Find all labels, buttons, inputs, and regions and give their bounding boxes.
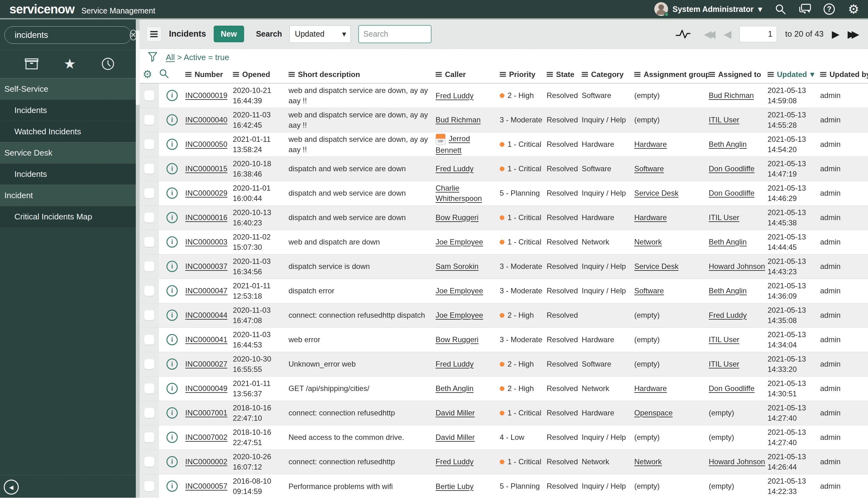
incident-number-link[interactable]: INC0007001	[185, 409, 227, 417]
record-info-icon[interactable]: i	[166, 90, 178, 101]
breadcrumb-all-link[interactable]: All	[166, 52, 175, 62]
column-header-short-description[interactable]: Short description	[288, 66, 436, 83]
list-activity-icon[interactable]	[675, 27, 691, 41]
assigned-to-link[interactable]: Don Goodliffe	[709, 384, 754, 392]
first-page-button[interactable]: ◀◀	[704, 29, 715, 39]
row-checkbox[interactable]	[144, 334, 154, 345]
column-header-opened[interactable]: Opened	[233, 66, 288, 83]
row-checkbox[interactable]	[144, 261, 154, 271]
assigned-to-link[interactable]: Don Goodliffe	[709, 165, 754, 173]
record-info-icon[interactable]: i	[166, 187, 178, 199]
row-checkbox[interactable]	[144, 432, 154, 442]
user-name[interactable]: System Administrator	[672, 5, 754, 14]
assignment-group-link[interactable]: Hardware	[634, 140, 667, 148]
caller-link[interactable]: David Miller	[436, 433, 475, 441]
column-header-updated[interactable]: Updated▼	[768, 66, 820, 83]
column-header-caller[interactable]: Caller	[436, 66, 500, 83]
record-info-icon[interactable]: i	[166, 139, 178, 150]
previous-page-button[interactable]: ◀	[724, 29, 732, 39]
assigned-to-link[interactable]: ITIL User	[709, 335, 740, 344]
row-checkbox[interactable]	[144, 310, 154, 320]
column-header-category[interactable]: Category	[582, 66, 634, 83]
incident-number-link[interactable]: INC0000027	[185, 360, 227, 368]
incident-number-link[interactable]: INC0000003	[185, 238, 227, 246]
sidebar-scrollbar[interactable]	[136, 20, 139, 498]
breadcrumb-condition-link[interactable]: Active = true	[184, 52, 229, 62]
favorites-tab[interactable]: ★	[60, 56, 79, 72]
help-icon[interactable]: ?	[823, 3, 835, 15]
assignment-group-link[interactable]: Hardware	[634, 384, 667, 392]
record-info-icon[interactable]: i	[166, 309, 178, 321]
user-menu[interactable]: System Administrator ▼	[654, 2, 762, 16]
assigned-to-link[interactable]: Bud Richman	[709, 91, 754, 99]
incident-number-link[interactable]: INC0000029	[185, 189, 227, 197]
row-checkbox[interactable]	[144, 164, 154, 174]
settings-gear-icon[interactable]: ⚙	[847, 3, 860, 15]
list-personalize-button[interactable]: ⚙	[139, 66, 159, 83]
row-checkbox[interactable]	[144, 115, 154, 125]
caller-link[interactable]: Bertie Luby	[436, 482, 473, 490]
row-checkbox[interactable]	[144, 457, 154, 467]
row-checkbox[interactable]	[144, 384, 154, 393]
row-checkbox[interactable]	[144, 408, 154, 418]
connect-chat-icon[interactable]	[798, 3, 811, 15]
incident-number-link[interactable]: INC0007002	[185, 433, 227, 441]
record-info-icon[interactable]: i	[166, 261, 178, 272]
record-info-icon[interactable]: i	[166, 407, 178, 418]
incident-number-link[interactable]: INC0000002	[185, 458, 227, 466]
incident-number-link[interactable]: INC0000016	[185, 213, 227, 222]
assigned-to-link[interactable]: Beth Anglin	[709, 238, 747, 246]
record-info-icon[interactable]: i	[166, 432, 178, 443]
caller-link[interactable]: Charlie Whitherspoon	[436, 184, 482, 203]
sidebar-item-watched-incidents[interactable]: Watched Incidents	[0, 121, 139, 142]
record-info-icon[interactable]: i	[166, 358, 178, 370]
caller-link[interactable]: Joe Employee	[436, 287, 483, 295]
all-applications-tab[interactable]	[22, 56, 41, 72]
assigned-to-link[interactable]: ITIL User	[709, 360, 740, 368]
assigned-to-link[interactable]: Howard Johnson	[709, 458, 765, 466]
current-row-input[interactable]	[740, 26, 777, 42]
incident-number-link[interactable]: INC0000050	[185, 140, 227, 148]
last-page-button[interactable]: ▶▶	[848, 29, 859, 39]
incident-number-link[interactable]: INC0000041	[185, 335, 227, 344]
assigned-to-link[interactable]: Beth Anglin	[709, 140, 747, 148]
collapse-sidebar-button[interactable]: ◀	[4, 479, 19, 495]
record-info-icon[interactable]: i	[166, 456, 178, 467]
record-info-icon[interactable]: i	[166, 236, 178, 248]
navigator-filter-input[interactable]	[15, 31, 125, 40]
assigned-to-link[interactable]: Fred Luddy	[709, 311, 747, 319]
caller-link[interactable]: Bud Richman	[436, 115, 481, 124]
assignment-group-link[interactable]: Software	[634, 287, 664, 295]
record-info-icon[interactable]: i	[166, 480, 178, 492]
incident-number-link[interactable]: INC0000057	[185, 482, 227, 490]
caller-link[interactable]: David Miller	[436, 409, 475, 417]
caller-link[interactable]: Bow Ruggeri	[436, 335, 479, 344]
new-record-button[interactable]: New	[214, 26, 244, 42]
assignment-group-link[interactable]: Hardware	[634, 213, 667, 222]
incident-number-link[interactable]: INC0000015	[185, 165, 227, 173]
assigned-to-link[interactable]: Don Goodliffe	[709, 189, 754, 197]
column-header-priority[interactable]: Priority	[500, 66, 547, 83]
assignment-group-link[interactable]: Network	[634, 458, 662, 466]
record-info-icon[interactable]: i	[166, 114, 178, 125]
caller-link[interactable]: Beth Anglin	[436, 384, 473, 392]
list-search-input[interactable]	[358, 25, 432, 43]
user-avatar[interactable]	[654, 2, 668, 16]
row-checkbox[interactable]	[144, 90, 154, 100]
column-header-updated-by[interactable]: Updated by	[820, 66, 868, 83]
row-checkbox[interactable]	[144, 237, 154, 247]
assigned-to-link[interactable]: ITIL User	[709, 213, 740, 222]
caller-link[interactable]: Sam Sorokin	[436, 262, 479, 270]
column-header-number[interactable]: Number	[185, 66, 233, 83]
incident-number-link[interactable]: INC0000037	[185, 262, 227, 270]
assigned-to-link[interactable]: Howard Johnson	[709, 262, 765, 270]
incident-number-link[interactable]: INC0000044	[185, 311, 227, 319]
record-info-icon[interactable]: i	[166, 212, 178, 223]
record-info-icon[interactable]: i	[166, 334, 178, 345]
caller-link[interactable]: Fred Luddy	[436, 458, 473, 466]
assignment-group-link[interactable]: Openspace	[634, 409, 673, 417]
next-page-button[interactable]: ▶	[832, 29, 840, 39]
row-checkbox[interactable]	[144, 188, 154, 198]
filter-funnel-icon[interactable]	[148, 52, 158, 63]
history-tab[interactable]	[99, 56, 117, 72]
